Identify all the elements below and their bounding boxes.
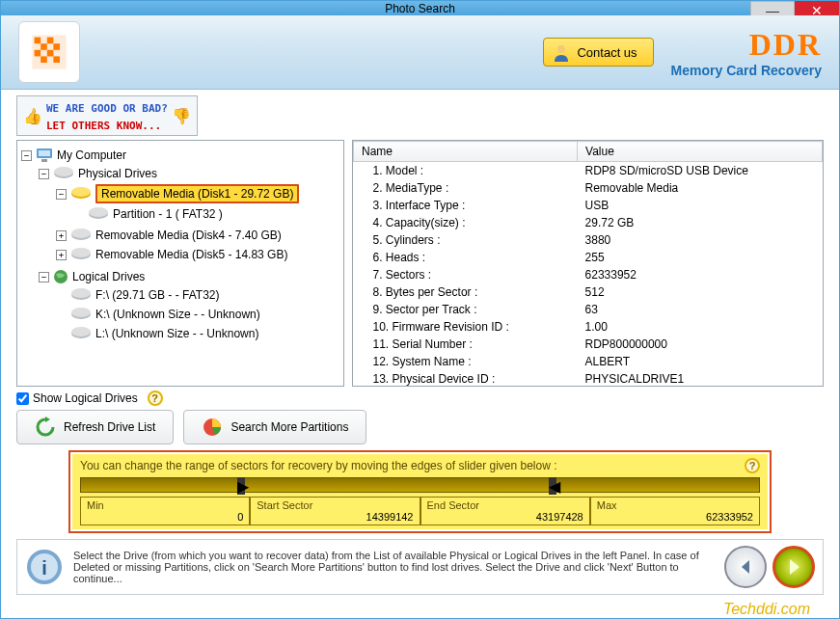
tree-root[interactable]: − My Computer [21,147,339,164]
tree-drive-f[interactable]: F:\ (29.71 GB - - FAT32) [56,287,339,303]
gold-drive-icon [70,187,92,201]
prop-name: 8. Bytes per Sector : [354,283,578,301]
tree-drive-l-label: L:\ (Unknown Size - - Unknown) [95,327,258,340]
svg-rect-11 [39,150,50,156]
table-row[interactable]: 13. Physical Device ID :PHYSICALDRIVE1 [354,370,823,387]
svg-point-14 [54,167,73,176]
tree-drive-k-label: K:\ (Unknown Size - - Unknown) [95,308,260,321]
table-row[interactable]: 2. MediaType :Removable Media [354,179,823,197]
refresh-drive-list-button[interactable]: Refresh Drive List [16,410,174,444]
slider-message: You can change the range of sectors for … [80,459,557,472]
svg-rect-4 [53,43,60,50]
prop-name: 7. Sectors : [354,266,578,283]
tree-disk1-label: Removable Media (Disk1 - 29.72 GB) [95,184,299,203]
tree-drive-k[interactable]: K:\ (Unknown Size - - Unknown) [56,307,339,322]
expand-icon[interactable]: + [56,230,67,241]
tree-logical[interactable]: − Logical Drives [39,268,339,285]
properties-table: Name Value 1. Model :RDP8 SD/microSD USB… [352,140,824,387]
watermark: Techddi.com [1,601,839,618]
show-logical-checkbox[interactable]: Show Logical Drives [16,391,138,405]
tree-disk1-partition[interactable]: Partition - 1 ( FAT32 ) [73,206,339,222]
instruction-text: Select the Drive (from which you want to… [73,550,715,584]
rate-us-box[interactable]: 👍 WE ARE GOOD OR BAD? LET OTHERS KNOW...… [16,95,198,136]
svg-point-29 [71,327,91,336]
table-row[interactable]: 9. Sector per Track :63 [354,301,823,318]
show-logical-label: Show Logical Drives [33,391,138,405]
prop-value: RDP800000000 [578,336,823,353]
prop-name: 1. Model : [354,162,578,180]
table-row[interactable]: 5. Cylinders :3880 [354,231,823,249]
end-value: 43197428 [427,511,583,523]
collapse-icon[interactable]: − [39,272,49,283]
sector-range-box: You can change the range of sectors for … [68,450,772,533]
drive-icon [70,327,92,340]
help-icon[interactable]: ? [745,458,760,473]
tree-disk4[interactable]: + Removable Media (Disk4 - 7.40 GB) [56,228,339,243]
prop-value: 29.72 GB [578,214,823,231]
arrow-right-icon [783,556,804,578]
contact-us-button[interactable]: Contact us [543,38,653,67]
drive-icon [70,308,92,321]
expand-icon[interactable]: + [56,250,67,260]
brand-title: DDR [671,27,822,63]
search-more-label: Search More Partitions [230,420,348,434]
tree-disk1-part-label: Partition - 1 ( FAT32 ) [113,207,223,221]
table-row[interactable]: 6. Heads :255 [354,249,823,266]
next-button[interactable] [772,546,815,588]
table-row[interactable]: 10. Firmware Revision ID :1.00 [354,318,823,336]
svg-point-16 [71,187,91,197]
prop-value: 63 [578,301,823,318]
drive-tree[interactable]: − My Computer − Physical Drives [16,140,344,387]
drive-icon [70,288,92,302]
svg-text:i: i [41,557,47,579]
tree-physical-label: Physical Drives [78,167,157,180]
sector-slider[interactable]: ▶ ◀ [80,477,760,493]
table-row[interactable]: 12. System Name :ALBERT [354,353,823,370]
pie-icon [202,417,223,438]
tree-drive-f-label: F:\ (29.71 GB - - FAT32) [95,288,219,302]
table-row[interactable]: 7. Sectors :62333952 [354,266,823,283]
start-value: 14399142 [257,511,413,523]
svg-rect-3 [41,43,47,50]
collapse-icon[interactable]: − [56,189,67,200]
slider-handle-end[interactable]: ◀ [549,477,556,495]
prop-name: 6. Heads : [354,249,578,266]
tree-physical[interactable]: − Physical Drives [39,166,339,181]
drive-icon [70,248,92,261]
tree-drive-l[interactable]: L:\ (Unknown Size - - Unknown) [56,326,339,341]
prop-value: 1.00 [578,318,823,336]
refresh-label: Refresh Drive List [64,420,155,434]
end-label: End Sector [427,499,479,511]
thumb-up-icon: 👍 [23,107,42,125]
slider-handle-start[interactable]: ▶ [237,477,245,495]
collapse-icon[interactable]: − [39,169,49,179]
prop-value: PHYSICALDRIVE1 [578,370,823,387]
help-icon[interactable]: ? [148,390,163,406]
table-row[interactable]: 11. Serial Number :RDP800000000 [354,336,823,353]
table-row[interactable]: 4. Capacity(size) :29.72 GB [354,214,823,231]
rate-line2: LET OTHERS KNOW... [46,120,161,132]
svg-point-9 [557,45,565,53]
table-row[interactable]: 1. Model :RDP8 SD/microSD USB Device [354,162,823,180]
min-value: 0 [87,511,243,523]
show-logical-input[interactable] [16,392,29,405]
search-more-partitions-button[interactable]: Search More Partitions [183,410,366,444]
svg-point-20 [71,229,91,238]
drive-icon [70,229,92,242]
table-row[interactable]: 3. Interface Type :USB [354,197,823,214]
globe-icon [53,269,68,284]
tree-disk5[interactable]: + Removable Media (Disk5 - 14.83 GB) [56,247,339,262]
prop-value: 62333952 [578,266,823,283]
prop-name: 11. Serial Number : [354,336,578,353]
svg-point-22 [71,248,91,257]
drive-icon [88,207,109,221]
contact-us-label: Contact us [577,45,637,60]
tree-disk1[interactable]: − Removable Media (Disk1 - 29.72 GB) [56,183,339,204]
col-value[interactable]: Value [578,142,823,162]
table-row[interactable]: 8. Bytes per Sector :512 [354,283,823,301]
col-name[interactable]: Name [354,142,578,162]
back-button[interactable] [724,546,767,588]
collapse-icon[interactable]: − [21,150,32,161]
svg-point-27 [71,308,91,317]
prop-value: 255 [578,249,823,266]
